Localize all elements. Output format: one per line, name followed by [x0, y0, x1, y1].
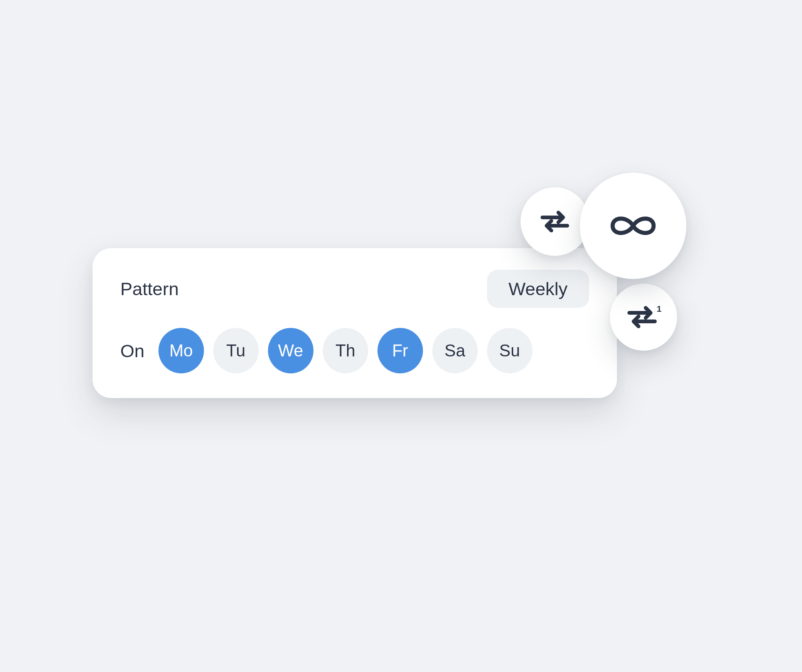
- repeat-one-icon: 1: [625, 302, 662, 332]
- repeat-button[interactable]: [521, 187, 589, 256]
- day-toggle-su[interactable]: Su: [487, 328, 532, 373]
- day-toggle-sa[interactable]: Sa: [432, 328, 478, 373]
- day-toggle-tu[interactable]: Tu: [213, 328, 259, 373]
- day-toggle-mo[interactable]: Mo: [158, 328, 204, 373]
- infinity-button[interactable]: [580, 173, 686, 279]
- day-toggle-fr[interactable]: Fr: [377, 328, 423, 373]
- repeat-once-button[interactable]: 1: [610, 284, 677, 351]
- repeat-icon: [537, 208, 572, 235]
- pattern-value-select[interactable]: Weekly: [487, 270, 589, 308]
- day-toggle-th[interactable]: Th: [323, 328, 368, 373]
- pattern-label: Pattern: [120, 278, 179, 299]
- svg-text:1: 1: [657, 304, 662, 314]
- pattern-row: Pattern Weekly: [120, 270, 589, 308]
- on-row: On Mo Tu We Th Fr Sa Su: [120, 328, 589, 373]
- pattern-card: Pattern Weekly On Mo Tu We Th Fr Sa Su: [93, 248, 617, 398]
- day-toggle-we[interactable]: We: [268, 328, 313, 373]
- day-picker: Mo Tu We Th Fr Sa Su: [158, 328, 532, 373]
- on-label: On: [120, 340, 145, 361]
- infinity-icon: [600, 208, 666, 243]
